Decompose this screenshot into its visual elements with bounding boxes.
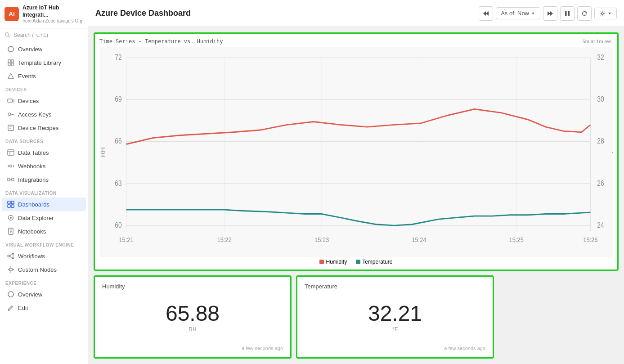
svg-point-2 (8, 46, 13, 52)
search-icon (4, 32, 11, 38)
pause-icon (565, 10, 570, 17)
svg-line-1 (9, 36, 10, 38)
svg-text:RH: RH (99, 147, 106, 157)
settings-button[interactable] (594, 8, 617, 19)
svg-point-46 (8, 292, 13, 297)
experience-section-label: Experience (0, 276, 88, 288)
nodes-icon (7, 266, 14, 273)
sidebar-item-label: Overview (18, 46, 42, 53)
sidebar-item-workflows[interactable]: Workflows (2, 249, 86, 263)
as-of-label: As of: Now (501, 10, 529, 17)
chart-legend: Humidity Temperature (99, 259, 613, 265)
svg-marker-53 (550, 11, 553, 16)
svg-text:26: 26 (597, 179, 604, 187)
sidebar-item-devices[interactable]: Devices (2, 94, 86, 108)
as-of-button[interactable]: As of: Now (496, 7, 540, 19)
top-bar-actions: As of: Now (479, 6, 617, 21)
sidebar-item-label: Events (18, 73, 36, 80)
app-title: Azure IoT Hub Integrati... (22, 4, 83, 18)
svg-rect-54 (565, 11, 567, 16)
svg-text:°F: °F (611, 148, 613, 156)
pause-button[interactable] (560, 6, 575, 21)
sidebar: AI Azure IoT Hub Integrati... from Aidan… (0, 0, 88, 364)
sidebar-item-webhooks[interactable]: Webhooks (2, 159, 86, 173)
sidebar-item-events[interactable]: Events (2, 69, 86, 83)
svg-text:15:21: 15:21 (119, 236, 133, 243)
temperature-value: 32.21 (305, 303, 485, 324)
sidebar-item-label: Access Keys (18, 111, 51, 118)
dashboard-icon (7, 201, 14, 208)
svg-point-36 (12, 257, 14, 259)
svg-point-57 (602, 12, 603, 14)
svg-text:15:26: 15:26 (583, 236, 597, 243)
temperature-card-title: Temperature (305, 283, 485, 290)
svg-rect-17 (8, 150, 14, 155)
sidebar-item-notebooks[interactable]: Notebooks (2, 225, 86, 238)
forward-button[interactable] (543, 6, 557, 21)
humidity-card-title: Humidity (102, 283, 283, 290)
svg-marker-56 (586, 11, 588, 13)
humidity-value-block: 65.88 RH (102, 303, 283, 333)
top-bar: Azure Device Dashboard As of: Now (88, 0, 624, 27)
sidebar-item-integrations[interactable]: Integrations (2, 173, 86, 186)
app-logo: AI (4, 7, 19, 21)
svg-line-38 (9, 256, 11, 257)
triangle-icon (7, 72, 14, 80)
svg-marker-50 (486, 11, 489, 16)
svg-point-0 (5, 33, 9, 36)
chart-meta: 5m at 1m res. (583, 39, 613, 44)
svg-text:15:25: 15:25 (509, 236, 524, 243)
svg-text:15:23: 15:23 (314, 236, 329, 243)
circle-icon (7, 45, 14, 53)
svg-rect-5 (8, 63, 10, 65)
sidebar-item-template-library[interactable]: Template Library (2, 56, 86, 69)
workflow-section-label: Visual Workflow Engine (0, 238, 88, 249)
sidebar-item-custom-nodes[interactable]: Custom Nodes (2, 263, 86, 276)
svg-text:28: 28 (597, 137, 604, 145)
svg-rect-27 (11, 205, 14, 207)
sidebar-item-edit[interactable]: Edit (2, 301, 86, 315)
sidebar-item-device-recipes[interactable]: Device Recipes (2, 121, 86, 135)
temperature-unit: °F (305, 326, 485, 333)
svg-point-35 (12, 253, 14, 255)
rewind-button[interactable] (479, 6, 493, 21)
sidebar-item-label: Edit (18, 305, 28, 311)
refresh-button[interactable] (577, 6, 592, 21)
key-icon (7, 111, 14, 118)
edit-icon (7, 304, 14, 311)
circle-icon (7, 291, 14, 298)
svg-text:15:22: 15:22 (217, 236, 232, 243)
sidebar-item-data-explorer[interactable]: Data Explorer (2, 211, 86, 225)
svg-marker-49 (483, 11, 486, 16)
humidity-legend-label: Humidity (326, 259, 347, 265)
forward-icon (547, 10, 553, 17)
notebook-icon (7, 228, 14, 235)
temperature-legend-label: Temperature (362, 259, 392, 265)
refresh-icon (581, 10, 588, 17)
app-subtitle: from Aidan Zebertavage's Org (22, 18, 83, 23)
datasources-section-label: Data Sources (0, 135, 88, 146)
svg-rect-6 (11, 63, 13, 65)
grid-icon (7, 59, 14, 66)
sidebar-item-data-tables[interactable]: Data Tables (2, 146, 86, 159)
search-bar[interactable]: Search (⌥+L) (0, 28, 88, 42)
rewind-icon (483, 10, 489, 17)
sidebar-item-label: Notebooks (18, 228, 46, 235)
sidebar-item-overview[interactable]: Overview (2, 42, 86, 56)
sidebar-item-exp-overview[interactable]: Overview (2, 288, 86, 301)
devices-icon (7, 97, 14, 104)
svg-marker-58 (608, 13, 611, 14)
sidebar-item-access-keys[interactable]: Access Keys (2, 108, 86, 121)
svg-rect-25 (11, 201, 14, 204)
sidebar-item-label: Integrations (18, 176, 49, 183)
svg-rect-41 (9, 268, 12, 271)
svg-rect-3 (8, 60, 10, 62)
chevron-down-icon (607, 11, 612, 16)
sidebar-item-label: Data Tables (18, 149, 49, 156)
sidebar-item-label: Overview (18, 291, 42, 298)
humidity-value: 65.88 (102, 303, 283, 324)
svg-text:15:24: 15:24 (412, 236, 426, 243)
gear-icon (599, 10, 606, 17)
sidebar-item-dashboards[interactable]: Dashboards (2, 198, 86, 211)
chart-title: Time Series - Temperature vs. Humidity (99, 38, 223, 45)
